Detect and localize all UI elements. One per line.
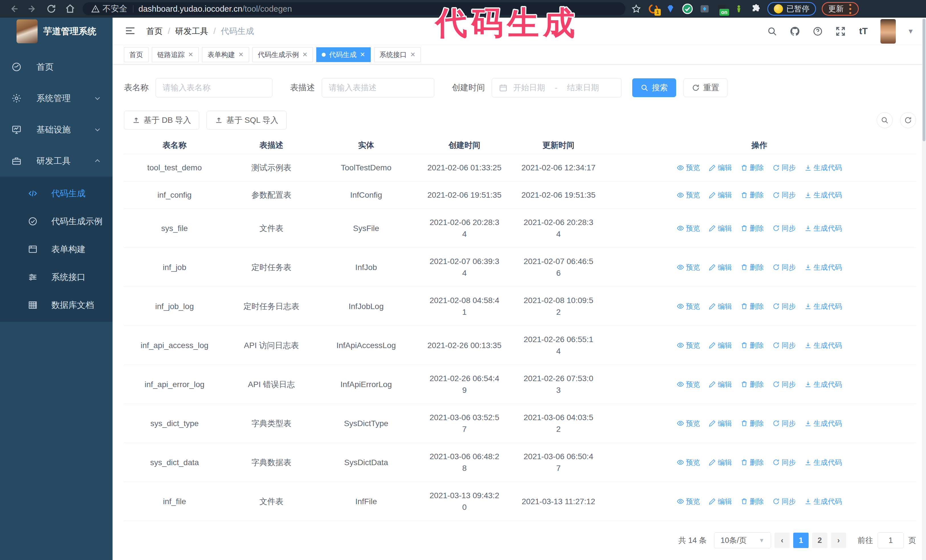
- github-icon[interactable]: [789, 26, 800, 37]
- browser-menu-icon[interactable]: •••: [848, 3, 852, 15]
- sync-link[interactable]: 同步: [772, 340, 796, 351]
- generate-code-link[interactable]: 生成代码: [804, 162, 842, 174]
- extension-grid-icon[interactable]: [699, 3, 710, 15]
- preview-link[interactable]: 预览: [677, 457, 700, 468]
- submenu-item-form-builder[interactable]: 表单构建: [0, 235, 112, 263]
- delete-link[interactable]: 删除: [740, 300, 764, 312]
- prev-page-button[interactable]: ‹: [775, 533, 790, 548]
- table-name-input[interactable]: 请输入表名称: [156, 78, 272, 97]
- edit-link[interactable]: 编辑: [709, 457, 732, 468]
- page-button-2[interactable]: 2: [812, 533, 828, 548]
- search-button[interactable]: 搜索: [632, 78, 676, 97]
- submenu-item-db-doc[interactable]: 数据库文档: [0, 291, 112, 319]
- edit-link[interactable]: 编辑: [709, 162, 732, 174]
- date-range-input[interactable]: 开始日期 - 结束日期: [492, 78, 622, 97]
- sidebar-item-devtools[interactable]: 研发工具: [0, 145, 112, 177]
- edit-link[interactable]: 编辑: [709, 418, 732, 429]
- import-db-button[interactable]: 基于 DB 导入: [124, 111, 199, 130]
- sidebar-item-infra[interactable]: 基础设施: [0, 114, 112, 145]
- preview-link[interactable]: 预览: [677, 300, 700, 312]
- sync-link[interactable]: 同步: [772, 222, 796, 234]
- browser-reload-icon[interactable]: [45, 3, 57, 15]
- edit-link[interactable]: 编辑: [709, 496, 732, 507]
- preview-link[interactable]: 预览: [677, 496, 700, 507]
- generate-code-link[interactable]: 生成代码: [804, 189, 842, 201]
- tab-close-icon[interactable]: ✕: [410, 51, 415, 58]
- generate-code-link[interactable]: 生成代码: [804, 379, 842, 390]
- tab-close-icon[interactable]: ✕: [188, 51, 193, 58]
- generate-code-link[interactable]: 生成代码: [804, 496, 842, 507]
- tab-close-icon[interactable]: ✕: [238, 51, 243, 58]
- page-button-1[interactable]: 1: [793, 533, 809, 548]
- delete-link[interactable]: 删除: [740, 457, 764, 468]
- sync-link[interactable]: 同步: [772, 496, 796, 507]
- fullscreen-icon[interactable]: [835, 26, 846, 37]
- breadcrumb-home[interactable]: 首页: [146, 26, 163, 37]
- generate-code-link[interactable]: 生成代码: [804, 457, 842, 468]
- generate-code-link[interactable]: 生成代码: [804, 261, 842, 273]
- tab-close-icon[interactable]: ✕: [360, 51, 365, 58]
- edit-link[interactable]: 编辑: [709, 261, 732, 273]
- sync-link[interactable]: 同步: [772, 162, 796, 174]
- preview-link[interactable]: 预览: [677, 189, 700, 201]
- edit-link[interactable]: 编辑: [709, 379, 732, 390]
- sidebar-item-home[interactable]: 首页: [0, 51, 112, 83]
- submenu-item-system-api[interactable]: 系统接口: [0, 263, 112, 291]
- tab-close-icon[interactable]: ✕: [302, 51, 307, 58]
- tab-codegen[interactable]: 代码生成 ✕: [316, 47, 371, 62]
- help-icon[interactable]: [812, 26, 823, 37]
- breadcrumb-devtools[interactable]: 研发工具: [175, 26, 208, 37]
- sync-link[interactable]: 同步: [772, 457, 796, 468]
- generate-code-link[interactable]: 生成代码: [804, 418, 842, 429]
- import-sql-button[interactable]: 基于 SQL 导入: [207, 111, 287, 130]
- sync-link[interactable]: 同步: [772, 300, 796, 312]
- app-logo-row[interactable]: 芋道管理系统: [0, 18, 112, 45]
- browser-back-icon[interactable]: [8, 3, 20, 15]
- sync-link[interactable]: 同步: [772, 261, 796, 273]
- reset-button[interactable]: 重置: [684, 78, 728, 97]
- sync-link[interactable]: 同步: [772, 379, 796, 390]
- hamburger-icon[interactable]: [124, 25, 137, 38]
- delete-link[interactable]: 删除: [740, 340, 764, 351]
- tab-system-api[interactable]: 系统接口 ✕: [374, 47, 421, 62]
- generate-code-link[interactable]: 生成代码: [804, 300, 842, 312]
- delete-link[interactable]: 删除: [740, 189, 764, 201]
- browser-forward-icon[interactable]: [26, 3, 39, 15]
- generate-code-link[interactable]: 生成代码: [804, 222, 842, 234]
- browser-home-icon[interactable]: [64, 3, 76, 15]
- refresh-table-button[interactable]: [900, 112, 916, 128]
- preview-link[interactable]: 预览: [677, 340, 700, 351]
- delete-link[interactable]: 删除: [740, 496, 764, 507]
- delete-link[interactable]: 删除: [740, 379, 764, 390]
- search-icon[interactable]: [766, 26, 778, 37]
- scrollbar-thumb[interactable]: [923, 19, 925, 141]
- edit-link[interactable]: 编辑: [709, 300, 732, 312]
- delete-link[interactable]: 删除: [740, 261, 764, 273]
- sidebar-item-system[interactable]: 系统管理: [0, 83, 112, 114]
- submenu-item-codegen-example[interactable]: 代码生成示例: [0, 207, 112, 235]
- sync-link[interactable]: 同步: [772, 189, 796, 201]
- page-size-select[interactable]: 10条/页 ▼: [714, 532, 771, 548]
- page-scrollbar[interactable]: [922, 18, 926, 560]
- edit-link[interactable]: 编辑: [709, 340, 732, 351]
- edit-link[interactable]: 编辑: [709, 222, 732, 234]
- preview-link[interactable]: 预览: [677, 162, 700, 174]
- extension-gem-icon[interactable]: [665, 3, 676, 15]
- user-avatar[interactable]: [881, 19, 896, 44]
- preview-link[interactable]: 预览: [677, 261, 700, 273]
- goto-page-input[interactable]: 1: [878, 532, 904, 548]
- toggle-search-button[interactable]: [877, 112, 893, 128]
- generate-code-link[interactable]: 生成代码: [804, 340, 842, 351]
- delete-link[interactable]: 删除: [740, 222, 764, 234]
- extension-check-icon[interactable]: [682, 3, 693, 15]
- user-menu-caret-icon[interactable]: ▼: [907, 27, 914, 35]
- tab-codegen-example[interactable]: 代码生成示例 ✕: [253, 47, 313, 62]
- browser-update-button[interactable]: 更新 •••: [822, 2, 859, 16]
- next-page-button[interactable]: ›: [831, 533, 846, 548]
- extensions-puzzle-icon[interactable]: [750, 3, 762, 15]
- preview-link[interactable]: 预览: [677, 418, 700, 429]
- extension-green-icon[interactable]: [733, 3, 744, 15]
- submenu-item-codegen[interactable]: 代码生成: [0, 180, 112, 207]
- tab-tracing[interactable]: 链路追踪 ✕: [152, 47, 198, 62]
- text-size-icon[interactable]: tT: [858, 26, 869, 37]
